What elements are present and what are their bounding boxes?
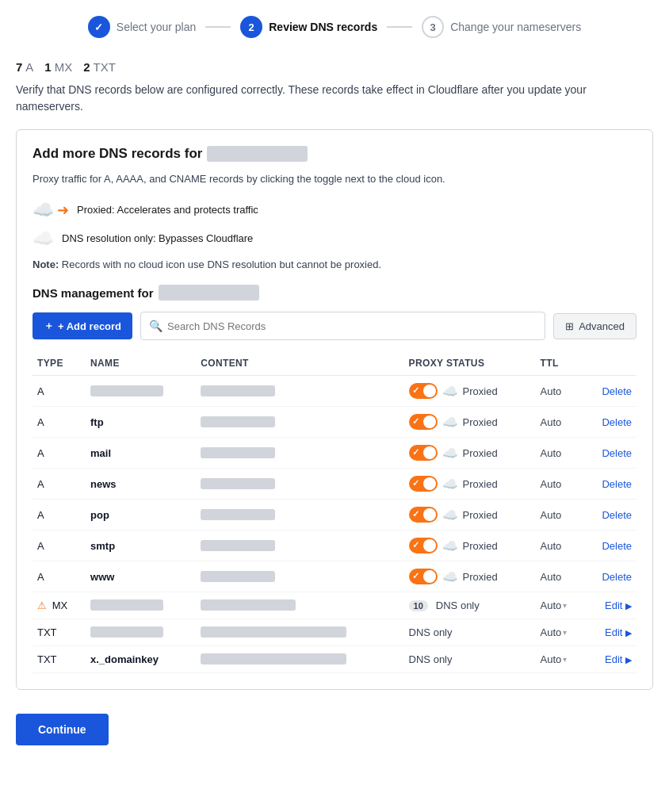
proxied-row: ☁️ ➜ Proxied: Accelerates and protects t…	[32, 200, 637, 220]
proxied-text: Proxied	[463, 385, 498, 397]
cell-name: ██████████	[86, 376, 196, 407]
cell-ttl: Auto	[536, 407, 584, 438]
cell-ttl: Auto	[536, 530, 584, 561]
step-divider-2	[387, 26, 412, 28]
cell-name: mail	[86, 438, 196, 469]
cell-proxy: ✓☁️Proxied	[404, 500, 536, 530]
dns-only-label: DNS resolution only: Bypasses Cloudflare	[62, 232, 253, 244]
table-row: Anews███.██.██.██✓☁️ProxiedAutoDelete	[32, 469, 637, 500]
cell-proxy: ✓☁️Proxied	[404, 530, 536, 561]
proxy-toggle-wrap: ✓☁️Proxied	[409, 414, 531, 430]
search-input[interactable]	[167, 320, 537, 332]
edit-link[interactable]: Edit ▶	[605, 626, 632, 638]
ttl-dropdown[interactable]: Auto ▾	[541, 626, 579, 638]
col-name: Name	[86, 351, 196, 376]
cell-type: A	[32, 500, 86, 530]
cell-action: Edit ▶	[584, 592, 637, 619]
proxy-toggle[interactable]: ✓	[409, 538, 438, 553]
arrow-right-icon: ▶	[625, 601, 632, 611]
add-record-label: + Add record	[58, 320, 121, 332]
proxied-label: Proxied: Accelerates and protects traffi…	[77, 204, 258, 216]
proxy-toggle[interactable]: ✓	[409, 507, 438, 523]
proxy-toggle[interactable]: ✓	[409, 414, 438, 430]
cell-type: A	[32, 469, 86, 500]
table-row: TXTx._domainkey████████████████████DNS o…	[32, 646, 637, 673]
proxy-cloud-icon: ☁️	[442, 538, 458, 553]
step-3: 3 Change your nameservers	[422, 16, 581, 38]
table-row: A█████████████.██.██.██✓☁️ProxiedAutoDel…	[32, 376, 637, 407]
stats-row: 7 A 1 MX 2 TXT	[16, 60, 653, 74]
proxy-cloud-icon: ☁️	[442, 477, 458, 492]
chevron-down-icon: ▾	[563, 628, 567, 637]
dns-only-cloud-icon: ☁️	[32, 228, 54, 249]
dns-card: Add more DNS records for ████████████ Pr…	[16, 129, 653, 690]
table-row: Amail███.██.██.██✓☁️ProxiedAutoDelete	[32, 438, 637, 469]
delete-link[interactable]: Delete	[602, 571, 632, 583]
cell-name: ██████████	[86, 592, 196, 619]
arrow-right-icon: ▶	[625, 628, 632, 638]
step-2: 2 Review DNS records	[240, 16, 377, 38]
txt-count: 2	[83, 60, 90, 74]
cell-content: ████████████████████	[196, 646, 403, 673]
cell-action: Edit ▶	[584, 619, 637, 646]
proxy-toggle[interactable]: ✓	[409, 476, 438, 492]
cell-proxy: ✓☁️Proxied	[404, 438, 536, 469]
mx-label: MX	[55, 60, 73, 74]
col-type: Type	[32, 351, 86, 376]
dns-only-text: DNS only	[436, 599, 480, 611]
cell-ttl: Auto	[536, 376, 584, 407]
cell-proxy: DNS only	[404, 619, 536, 646]
proxy-toggle-wrap: ✓☁️Proxied	[409, 383, 531, 399]
cell-content: ███.██.██.██	[196, 561, 403, 592]
step-1-circle: ✓	[88, 16, 110, 38]
note-content: Records with no cloud icon use DNS resol…	[62, 259, 381, 270]
ttl-dropdown[interactable]: Auto ▾	[541, 599, 579, 611]
table-row: ⚠ MX███████████████████████10DNS onlyAut…	[32, 592, 637, 619]
table-row: Apop███.██.██.██✓☁️ProxiedAutoDelete	[32, 500, 637, 530]
advanced-button[interactable]: ⊞ Advanced	[553, 313, 637, 339]
proxy-toggle[interactable]: ✓	[409, 445, 438, 461]
cell-action: Edit ▶	[584, 646, 637, 673]
cell-ttl: Auto	[536, 438, 584, 469]
toolbar: ＋ + Add record 🔍 ⊞ Advanced	[32, 312, 637, 340]
ttl-dropdown[interactable]: Auto ▾	[541, 653, 579, 665]
cell-name: ftp	[86, 407, 196, 438]
table-header-row: Type Name Content Proxy status TTL	[32, 351, 637, 376]
edit-link[interactable]: Edit ▶	[605, 653, 632, 665]
delete-link[interactable]: Delete	[602, 509, 632, 521]
a-label: A	[25, 60, 33, 74]
proxied-text: Proxied	[463, 571, 498, 583]
step-1-label: Select your plan	[117, 21, 196, 33]
note-text: Note: Records with no cloud icon use DNS…	[32, 257, 637, 273]
card-title-prefix: Add more DNS records for	[32, 146, 202, 162]
priority-badge: 10	[409, 600, 428, 611]
cell-content: ███.██.██.██	[196, 469, 403, 500]
step-2-circle: 2	[240, 16, 262, 38]
dns-table: Type Name Content Proxy status TTL A████…	[32, 351, 637, 673]
proxied-cloud-icon: ☁️	[32, 200, 54, 220]
cell-proxy: ✓☁️Proxied	[404, 469, 536, 500]
cell-action: Delete	[584, 500, 637, 530]
proxy-toggle[interactable]: ✓	[409, 569, 438, 584]
delete-link[interactable]: Delete	[602, 540, 632, 552]
cell-ttl: Auto	[536, 561, 584, 592]
add-record-button[interactable]: ＋ + Add record	[32, 312, 132, 339]
cell-action: Delete	[584, 376, 637, 407]
continue-button[interactable]: Continue	[16, 714, 109, 745]
proxy-toggle[interactable]: ✓	[409, 383, 438, 399]
delete-link[interactable]: Delete	[602, 385, 632, 397]
card-subtitle: Proxy traffic for A, AAAA, and CNAME rec…	[32, 171, 637, 187]
dns-only-row: ☁️ DNS resolution only: Bypasses Cloudfl…	[32, 228, 637, 249]
stepper: ✓ Select your plan 2 Review DNS records …	[16, 16, 653, 38]
dns-management-title: DNS management for ████████████	[32, 285, 637, 301]
proxy-toggle-wrap: ✓☁️Proxied	[409, 507, 531, 523]
delete-link[interactable]: Delete	[602, 447, 632, 459]
delete-link[interactable]: Delete	[602, 416, 632, 428]
table-row: Awww███.██.██.██✓☁️ProxiedAutoDelete	[32, 561, 637, 592]
proxied-text: Proxied	[463, 540, 498, 552]
proxy-toggle-wrap: ✓☁️Proxied	[409, 538, 531, 553]
edit-link[interactable]: Edit ▶	[605, 599, 632, 611]
delete-link[interactable]: Delete	[602, 478, 632, 490]
col-ttl: TTL	[536, 351, 584, 376]
cell-ttl: Auto	[536, 469, 584, 500]
